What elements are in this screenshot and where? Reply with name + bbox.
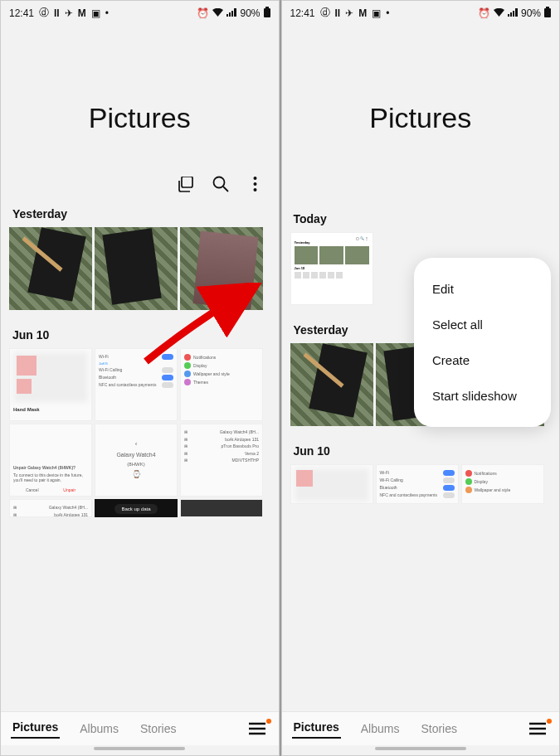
svg-rect-1 — [264, 8, 270, 17]
t: NFC and contactless payments — [380, 492, 437, 498]
t: Galaxy Watch4 (8H... — [220, 429, 259, 435]
menu-icon[interactable] — [526, 719, 549, 739]
screenshot-thumb[interactable]: Wi-Fi Wi-Fi Calling Bluetooth NFC and co… — [376, 464, 459, 504]
svg-point-6 — [254, 182, 257, 186]
message-icon: ▣ — [91, 7, 100, 19]
dnd-icon: ⓓ — [39, 6, 49, 20]
battery-text: 90% — [240, 7, 260, 19]
t: pTron Bassbuds Pro — [222, 443, 259, 449]
page-title: Pictures — [282, 102, 560, 134]
tab-stories[interactable]: Stories — [139, 719, 178, 739]
t: Galaxy Watch4 (8H... — [49, 505, 88, 511]
notification-dot-icon — [266, 719, 271, 724]
wifi-icon — [494, 7, 504, 19]
t: Wi-Fi Calling — [99, 367, 122, 373]
tab-albums[interactable]: Albums — [359, 719, 402, 739]
svg-rect-12 — [544, 8, 551, 17]
screenshot-thumb[interactable]: Unpair Galaxy Watch4 (8HWK)? To connect … — [9, 424, 92, 497]
more-notif-icon: • — [386, 7, 389, 19]
dnd-icon: ⓓ — [320, 6, 330, 20]
screenshot-thumb[interactable] — [180, 499, 263, 517]
svg-point-3 — [213, 177, 224, 188]
more-icon[interactable] — [247, 176, 264, 192]
pause-icon: II — [54, 7, 60, 19]
screenshot-thumb[interactable] — [290, 464, 373, 504]
t: Jun 10 — [295, 266, 369, 270]
menu-item-select-all[interactable]: Select all — [414, 307, 551, 342]
action-row — [1, 176, 279, 207]
t: MDIVTSHTHP — [232, 458, 260, 463]
menu-item-edit[interactable]: Edit — [414, 271, 551, 307]
t: Wallpaper and style — [475, 487, 540, 493]
grid-jun10-r3: ⊞ Galaxy Watch4 (8H... ⊞ boAt Airdopes 1… — [1, 499, 279, 517]
screenshot-thumb[interactable]: ⊞ Galaxy Watch4 (8H... ⊞ boAt Airdopes 1… — [9, 499, 92, 517]
tab-pictures[interactable]: Pictures — [292, 717, 341, 739]
header: Pictures — [1, 23, 279, 176]
svg-point-5 — [254, 177, 257, 180]
screenshot-right: 12:41 ⓓ II ✈ M ▣ • ⏰ 90% — [281, 0, 561, 756]
photo-thumb[interactable] — [9, 227, 92, 310]
t: Wi-Fi — [380, 470, 390, 476]
alarm-icon: ⏰ — [478, 7, 490, 19]
t: Galaxy Watch4 — [99, 451, 173, 458]
t: boAt Airdopes 131 — [225, 437, 259, 443]
wifi-icon — [212, 7, 223, 19]
screenshot-thumb[interactable]: ⊞ Galaxy Watch4 (8H... ⊞ boAt Airdopes 1… — [180, 424, 263, 497]
pause-icon: II — [335, 7, 341, 19]
screenshot-left: 12:41 ⓓ II ✈ M ▣ • ⏰ 90% — [0, 0, 280, 756]
battery-icon — [544, 7, 551, 20]
svg-rect-0 — [265, 7, 269, 8]
t: boAt Airdopes 131 — [54, 512, 88, 518]
menu-item-create[interactable]: Create — [414, 342, 551, 378]
t: NFC and contactless payments — [99, 382, 156, 388]
t: Bluetooth — [380, 485, 397, 491]
t: (8HWK) — [99, 462, 173, 468]
t: Versa 2 — [245, 451, 259, 457]
screenshot-thumb[interactable]: ▢ 🔍 ⋮ Yesterday Jun 10 — [290, 232, 373, 305]
menu-item-slideshow[interactable]: Start slideshow — [414, 378, 551, 414]
status-time: 12:41 — [9, 7, 34, 19]
screenshot-thumb[interactable]: Notifications Display Wallpaper and styl… — [461, 464, 544, 504]
page-title: Pictures — [1, 102, 279, 134]
gmail-icon: M — [358, 7, 367, 19]
t: Wallpaper and style — [193, 371, 259, 377]
t: Wi-Fi Calling — [380, 477, 403, 483]
battery-icon — [264, 7, 270, 20]
home-indicator — [375, 747, 466, 750]
header: Pictures — [282, 23, 560, 176]
message-icon: ▣ — [372, 7, 381, 19]
photo-thumb[interactable] — [290, 343, 373, 426]
battery-text: 90% — [521, 7, 541, 19]
tab-stories[interactable]: Stories — [419, 719, 459, 739]
alarm-icon: ⏰ — [197, 7, 209, 19]
layout-icon[interactable] — [178, 176, 194, 192]
telegram-icon: ✈ — [65, 7, 73, 19]
status-time: 12:41 — [290, 7, 315, 19]
section-today: Today — [282, 212, 560, 232]
svg-rect-2 — [182, 177, 192, 187]
screenshot-thumb[interactable]: ‹ Galaxy Watch4 (8HWK) ⌚ — [95, 424, 178, 497]
t: Themes — [193, 380, 259, 385]
screenshot-thumb[interactable]: Hand Mask — [9, 348, 92, 421]
bottom-tabs: Pictures Albums Stories — [1, 711, 279, 745]
svg-point-7 — [254, 188, 257, 191]
menu-icon[interactable] — [246, 719, 269, 739]
signal-icon — [508, 7, 518, 19]
search-icon[interactable] — [212, 176, 229, 192]
t: To connect to this device in the future,… — [13, 472, 88, 483]
t: Display — [475, 479, 540, 485]
notification-dot-icon — [547, 719, 552, 724]
screenshot-thumb[interactable]: Back up data — [95, 499, 178, 517]
t: Cancel — [26, 487, 39, 493]
tab-albums[interactable]: Albums — [78, 719, 120, 739]
tab-pictures[interactable]: Pictures — [11, 717, 60, 739]
grid-jun10-r2: Unpair Galaxy Watch4 (8HWK)? To connect … — [1, 424, 279, 497]
t: Unpair — [63, 487, 75, 493]
grid-jun10: Wi-Fi Wi-Fi Calling Bluetooth NFC and co… — [282, 464, 560, 504]
status-bar: 12:41 ⓓ II ✈ M ▣ • ⏰ 90% — [1, 1, 279, 23]
bottom-tabs: Pictures Albums Stories — [282, 711, 560, 745]
more-notif-icon: • — [105, 7, 109, 19]
annotation-arrow — [142, 283, 266, 366]
t: Notifications — [475, 471, 540, 477]
overflow-menu: Edit Select all Create Start slideshow — [414, 258, 551, 427]
